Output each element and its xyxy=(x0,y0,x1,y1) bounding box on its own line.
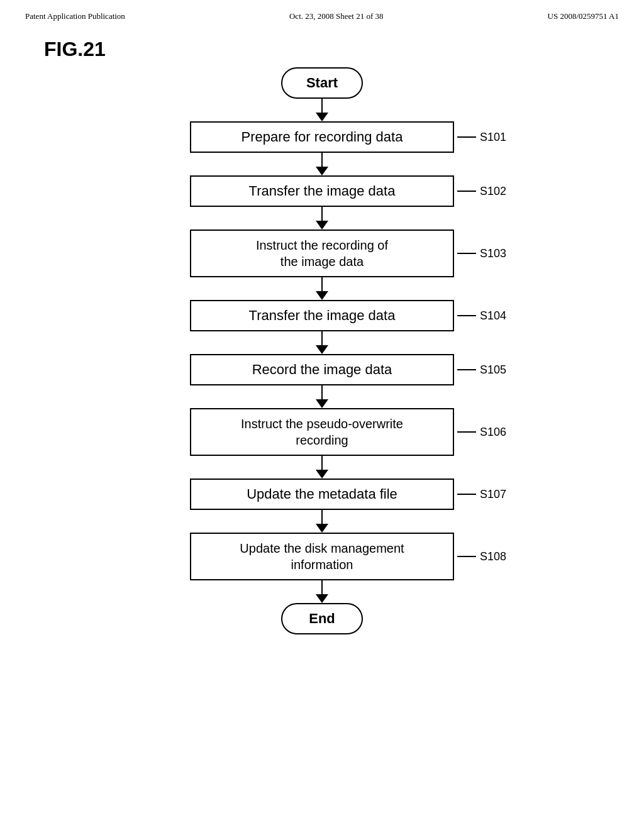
start-node: Start xyxy=(281,67,363,99)
s102-wrapper: Transfer the image data S102 xyxy=(190,175,454,207)
header-middle: Oct. 23, 2008 Sheet 21 of 38 xyxy=(289,11,383,21)
s103-wrapper: Instruct the recording ofthe image data … xyxy=(190,230,454,277)
arrow-9 xyxy=(316,580,328,603)
s104-label: S104 xyxy=(480,309,506,323)
s106-bracket-svg xyxy=(457,426,480,438)
s106-wrapper: Instruct the pseudo-overwriterecording S… xyxy=(190,408,454,456)
s105-wrapper: Record the image data S105 xyxy=(190,354,454,385)
page-header: Patent Application Publication Oct. 23, … xyxy=(0,0,644,26)
header-right: US 2008/0259751 A1 xyxy=(548,11,619,21)
arrow-5 xyxy=(316,331,328,354)
s108-bracket-svg xyxy=(457,551,480,562)
s107-node: Update the metadata file xyxy=(190,479,454,510)
flowchart: Start Prepare for recording data S101 Tr… xyxy=(0,61,644,634)
s101-node: Prepare for recording data xyxy=(190,121,454,153)
s103-bracket-svg xyxy=(457,248,480,259)
arrow-6 xyxy=(316,385,328,408)
s102-label: S102 xyxy=(480,185,506,198)
s108-node: Update the disk managementinformation xyxy=(190,533,454,580)
arrow-2 xyxy=(316,153,328,175)
arrow-7 xyxy=(316,456,328,479)
s107-bracket-svg xyxy=(457,489,480,500)
s107-label: S107 xyxy=(480,488,506,501)
arrow-1 xyxy=(316,99,328,121)
s108-wrapper: Update the disk managementinformation S1… xyxy=(190,533,454,580)
s101-bracket-svg xyxy=(457,131,480,143)
fig-title: FIG.21 xyxy=(0,26,644,61)
s101-wrapper: Prepare for recording data S101 xyxy=(190,121,454,153)
s102-label-group: S102 xyxy=(457,185,506,198)
s105-node: Record the image data xyxy=(190,354,454,385)
s106-node: Instruct the pseudo-overwriterecording xyxy=(190,408,454,456)
start-node-wrapper: Start xyxy=(281,67,363,99)
s104-node: Transfer the image data xyxy=(190,300,454,331)
s103-node: Instruct the recording ofthe image data xyxy=(190,230,454,277)
arrow-4 xyxy=(316,277,328,300)
s106-label-group: S106 xyxy=(457,426,506,439)
s105-label-group: S105 xyxy=(457,363,506,377)
header-left: Patent Application Publication xyxy=(25,11,125,21)
end-node-wrapper: End xyxy=(281,603,363,634)
s104-wrapper: Transfer the image data S104 xyxy=(190,300,454,331)
s108-label: S108 xyxy=(480,550,506,563)
end-node: End xyxy=(281,603,363,634)
s103-label: S103 xyxy=(480,247,506,260)
s105-bracket-svg xyxy=(457,364,480,375)
s105-label: S105 xyxy=(480,363,506,377)
s102-node: Transfer the image data xyxy=(190,175,454,207)
s101-label: S101 xyxy=(480,131,506,144)
s104-label-group: S104 xyxy=(457,309,506,323)
s108-label-group: S108 xyxy=(457,550,506,563)
s104-bracket-svg xyxy=(457,310,480,321)
s102-bracket-svg xyxy=(457,185,480,197)
s103-label-group: S103 xyxy=(457,247,506,260)
s107-wrapper: Update the metadata file S107 xyxy=(190,479,454,510)
s101-label-group: S101 xyxy=(457,131,506,144)
s106-label: S106 xyxy=(480,426,506,439)
arrow-3 xyxy=(316,207,328,230)
arrow-8 xyxy=(316,510,328,533)
s107-label-group: S107 xyxy=(457,488,506,501)
